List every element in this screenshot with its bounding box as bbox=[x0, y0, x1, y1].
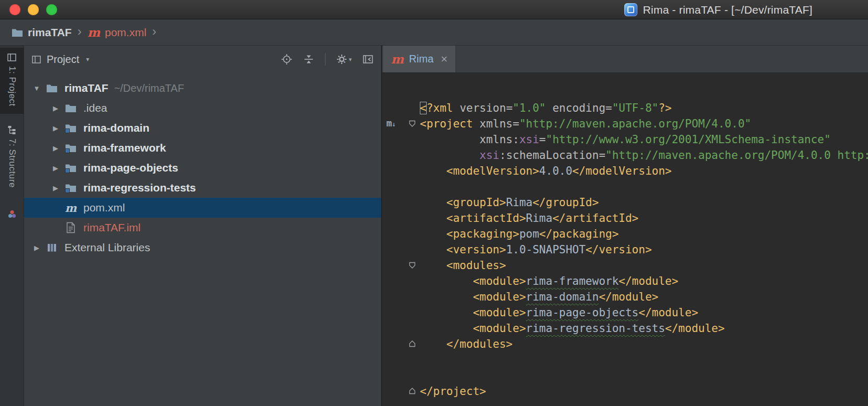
tree-item-rima-regression-tests[interactable]: ▶rima-regression-tests bbox=[24, 178, 381, 198]
maven-icon: m bbox=[391, 53, 404, 65]
collapse-all-button[interactable] bbox=[303, 54, 314, 65]
editor-gutter bbox=[382, 336, 420, 352]
code-text: <version>1.0-SNAPSHOT</version> bbox=[420, 242, 652, 258]
breadcrumb-item-pom-xml[interactable]: mpom.xml bbox=[88, 26, 147, 39]
code-line-9[interactable]: <packaging>pom</packaging> bbox=[382, 226, 868, 242]
minimize-window-button[interactable] bbox=[28, 4, 39, 15]
chevron-collapsed-icon[interactable]: ▶ bbox=[48, 184, 63, 192]
code-text: <module>rima-page-objects</module> bbox=[420, 305, 698, 320]
editor-tab-label: Rima bbox=[409, 53, 433, 65]
code-line-13[interactable]: <module>rima-domain</module> bbox=[382, 289, 868, 305]
tool-stripe-button-structure[interactable]: 7: Structure bbox=[0, 120, 24, 195]
fold-region-end-icon[interactable] bbox=[408, 387, 416, 395]
editor-tab-rima[interactable]: m Rima × bbox=[383, 46, 456, 72]
tree-item-idea[interactable]: ▶.idea bbox=[24, 98, 381, 118]
window-title: Rima - rimaTAF - [~/Dev/rimaTAF] bbox=[643, 4, 812, 16]
code-text: <artifactId>Rima</artifactId> bbox=[420, 210, 638, 226]
project-panel-icon bbox=[31, 55, 41, 65]
chevron-collapsed-icon[interactable]: ▶ bbox=[48, 104, 63, 112]
breadcrumb: rimaTAF›mpom.xml› bbox=[0, 19, 868, 46]
chevron-collapsed-icon[interactable]: ▶ bbox=[29, 244, 44, 252]
code-text: <groupId>Rima</groupId> bbox=[420, 195, 599, 210]
locate-button[interactable] bbox=[281, 54, 292, 65]
tree-item-rimataf-iml[interactable]: rimaTAF.iml bbox=[24, 218, 381, 238]
tree-item-label: rima-page-objects bbox=[83, 162, 178, 174]
project-tree: ▼rimaTAF~/Dev/rimaTAF▶.idea▶rima-domain▶… bbox=[24, 73, 381, 406]
code-line-7[interactable]: <groupId>Rima</groupId> bbox=[382, 195, 868, 210]
editor-gutter bbox=[382, 368, 420, 383]
structure-tool-icon bbox=[7, 125, 17, 135]
breadcrumb-label: pom.xml bbox=[105, 26, 146, 39]
code-line-15[interactable]: <module>rima-regression-tests</module> bbox=[382, 320, 868, 336]
hide-panel-icon bbox=[362, 54, 374, 65]
editor-gutter bbox=[382, 352, 420, 368]
code-line-5[interactable]: <modelVersion>4.0.0</modelVersion> bbox=[382, 163, 868, 179]
module-folder-icon bbox=[63, 163, 79, 173]
code-editor[interactable]: <?xml version="1.0" encoding="UTF-8"?>m↓… bbox=[382, 73, 868, 406]
code-line-17[interactable] bbox=[382, 352, 868, 368]
tree-item-rima-page-objects[interactable]: ▶rima-page-objects bbox=[24, 158, 381, 178]
code-text: <module>rima-framework</module> bbox=[420, 273, 678, 289]
code-line-18[interactable] bbox=[382, 368, 868, 383]
code-line-6[interactable] bbox=[382, 179, 868, 195]
hide-button[interactable] bbox=[362, 54, 374, 65]
close-window-button[interactable] bbox=[9, 4, 20, 15]
code-line-10[interactable]: <version>1.0-SNAPSHOT</version> bbox=[382, 242, 868, 258]
module-folder-icon bbox=[63, 143, 79, 153]
tree-item-path: ~/Dev/rimaTAF bbox=[114, 82, 185, 94]
toolbar-separator bbox=[325, 53, 326, 66]
code-line-1[interactable]: <?xml version="1.0" encoding="UTF-8"?> bbox=[382, 100, 868, 116]
code-line-3[interactable]: xmlns:xsi="http://www.w3.org/2001/XMLSch… bbox=[382, 132, 868, 147]
tool-stripe-button-project[interactable]: 1: Project bbox=[0, 48, 24, 114]
code-line-4[interactable]: xsi:schemaLocation="http://maven.apache.… bbox=[382, 147, 868, 163]
editor-area: m Rima × <?xml version="1.0" encoding="U… bbox=[382, 46, 868, 406]
tool-stripe-button-misc[interactable] bbox=[0, 205, 24, 226]
editor-gutter bbox=[382, 179, 420, 195]
chevron-collapsed-icon[interactable]: ▶ bbox=[48, 164, 63, 172]
chevron-down-icon: ▾ bbox=[349, 56, 352, 63]
editor-gutter: m↓ bbox=[382, 116, 420, 132]
project-view-selector[interactable]: Project ▾ bbox=[31, 54, 89, 66]
editor-gutter bbox=[382, 210, 420, 226]
chevron-collapsed-icon[interactable]: ▶ bbox=[48, 124, 63, 132]
editor-gutter bbox=[382, 100, 420, 116]
fold-region-end-icon[interactable] bbox=[408, 340, 416, 348]
tree-item-external-libraries[interactable]: ▶External Libraries bbox=[24, 238, 381, 258]
code-text: <modules> bbox=[420, 258, 506, 273]
fold-region-start-icon[interactable] bbox=[408, 261, 416, 269]
code-line-19[interactable]: </project> bbox=[382, 383, 868, 399]
zoom-window-button[interactable] bbox=[46, 4, 57, 15]
project-panel-title: Project bbox=[47, 54, 79, 66]
titlebar[interactable]: Rima - rimaTAF - [~/Dev/rimaTAF] bbox=[0, 0, 868, 19]
module-folder-icon bbox=[63, 183, 79, 193]
editor-gutter bbox=[382, 383, 420, 399]
code-line-12[interactable]: <module>rima-framework</module> bbox=[382, 273, 868, 289]
tree-item-rima-domain[interactable]: ▶rima-domain bbox=[24, 118, 381, 138]
crosshair-icon bbox=[281, 54, 292, 65]
code-text: </project> bbox=[420, 383, 486, 399]
code-text: <modelVersion>4.0.0</modelVersion> bbox=[420, 163, 671, 179]
tree-item-rima-framework[interactable]: ▶rima-framework bbox=[24, 138, 381, 158]
code-line-11[interactable]: <modules> bbox=[382, 258, 868, 273]
editor-gutter bbox=[382, 147, 420, 163]
code-text: xsi:schemaLocation="http://maven.apache.… bbox=[420, 147, 868, 163]
ide-window: Rima - rimaTAF - [~/Dev/rimaTAF] rimaTAF… bbox=[0, 0, 868, 406]
code-line-2[interactable]: m↓<project xmlns="http://maven.apache.or… bbox=[382, 116, 868, 132]
editor-gutter bbox=[382, 273, 420, 289]
fold-region-start-icon[interactable] bbox=[408, 120, 416, 127]
maven-reimport-icon[interactable]: m↓ bbox=[386, 117, 396, 129]
editor-gutter bbox=[382, 132, 420, 147]
code-line-14[interactable]: <module>rima-page-objects</module> bbox=[382, 305, 868, 320]
project-panel-header: Project ▾ ▾ bbox=[24, 46, 381, 73]
code-line-16[interactable]: </modules> bbox=[382, 336, 868, 352]
code-line-8[interactable]: <artifactId>Rima</artifactId> bbox=[382, 210, 868, 226]
window-controls bbox=[0, 4, 57, 15]
chevron-collapsed-icon[interactable]: ▶ bbox=[48, 144, 63, 152]
settings-button[interactable]: ▾ bbox=[336, 54, 352, 65]
close-tab-icon[interactable]: × bbox=[441, 54, 448, 65]
breadcrumb-item-rimataf[interactable]: rimaTAF bbox=[12, 26, 72, 39]
tree-item-pom-xml[interactable]: mpom.xml bbox=[24, 198, 381, 218]
chevron-expanded-icon[interactable]: ▼ bbox=[29, 84, 44, 92]
tree-item-rimataf[interactable]: ▼rimaTAF~/Dev/rimaTAF bbox=[24, 78, 381, 98]
code-text: <module>rima-regression-tests</module> bbox=[420, 320, 725, 336]
